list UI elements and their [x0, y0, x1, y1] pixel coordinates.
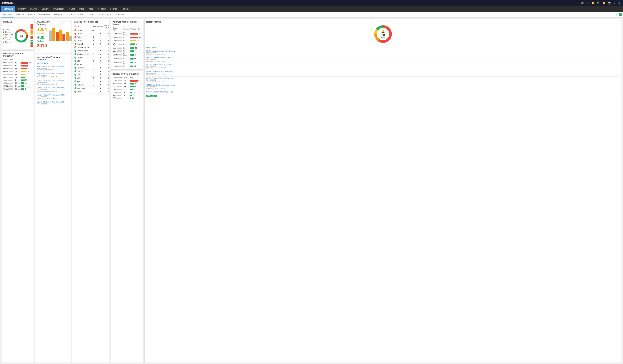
infra-prob: 0 — [104, 53, 109, 56]
infra-alarms: 1 — [90, 36, 97, 39]
cpu-widget: Devices by CPU Utilization Device Name M… — [111, 71, 143, 363]
blurred-vol-device — [117, 66, 122, 67]
status-icon: ✓ — [74, 70, 76, 72]
ip-title: IP Availability Summary — [37, 21, 59, 25]
subnav-ipam[interactable]: IPAM ▾ — [105, 12, 114, 18]
nav-item-workflow[interactable]: Workflow — [95, 6, 108, 12]
camera-icon[interactable]: 📷 — [608, 1, 611, 4]
nav-item-reports[interactable]: Reports — [119, 6, 131, 12]
infra-devices: 0 — [97, 80, 104, 83]
subnav-server[interactable]: Server ▾ — [26, 12, 37, 18]
util-bar — [131, 58, 134, 60]
infra-table: Name Alarms Devices ProblematicDevices ✕… — [74, 24, 109, 94]
alarm-title[interactable]: ID=6002 Source=MSExchange Mid-Tier Stora… — [146, 71, 175, 72]
alarm-title[interactable]: ID=700 Source=NTDS ISAM Type=3 Message=N… — [146, 77, 175, 79]
alarm-title[interactable]: ID=2004 Source=Microsoft-Windows-Resourc… — [146, 50, 175, 52]
infra-name: Storage — [77, 70, 83, 72]
infra-alarms: 0 — [90, 53, 97, 56]
table-row: ✓ RAID 0 0 0 — [74, 80, 109, 83]
gear-icon[interactable]: ⚙ — [613, 1, 616, 4]
nav-item-inventory[interactable]: Inventory — [15, 6, 28, 12]
vol-device-cell: OPM — [112, 60, 123, 65]
vol-volume-cell: C: — [123, 57, 130, 60]
hbar-1 — [30, 24, 33, 29]
interface-stats: Errors : 0 | Discards : 79.405 G — [37, 98, 69, 99]
heatmap-donut[interactable]: 33 — [14, 29, 29, 43]
device-name-cell: vCent — [3, 64, 14, 67]
edit-icon[interactable]: ✎ — [65, 21, 66, 23]
copy-icon[interactable]: ⬚ — [62, 21, 64, 23]
user-icon[interactable]: 👤 — [618, 1, 621, 4]
interface-name[interactable]: Realtek RTL8139C+ Fast Ethernet NIC #3-N… — [37, 65, 66, 67]
interface-device-text: OPM- — [37, 82, 41, 83]
nav-item-maps[interactable]: Maps — [77, 6, 86, 12]
infra-prob: 2 — [104, 32, 109, 36]
nav-item-dashboard[interactable]: Dashboard — [1, 6, 15, 12]
subnav-storage[interactable]: Storage ▾ — [52, 12, 64, 18]
rocket-icon[interactable]: 🚀 — [581, 1, 584, 4]
status-icon: ! — [74, 40, 76, 42]
badge-number: 286 — [148, 95, 150, 97]
subnav-ncm[interactable]: NCM ▾ — [76, 12, 85, 18]
main-nav: Dashboard Inventory Network Servers Virt… — [0, 6, 623, 12]
alarms-badge[interactable]: 286 Alarms — [146, 95, 157, 97]
subnav-netflow[interactable]: NetFlow ▾ — [64, 12, 76, 18]
infra-name: Router — [77, 33, 82, 35]
interface-name[interactable]: Realtek RTL8139C+ Fast Ethernet NIC #3-N… — [37, 73, 66, 74]
avg-cell: 98 — [20, 61, 32, 64]
alarm-device-row: Opm — [146, 52, 620, 54]
cpu-avg-number: 29 — [133, 91, 134, 93]
menu-icon[interactable]: ≡ — [619, 13, 622, 16]
subnav-virtualization[interactable]: Virtualization ▾ — [37, 12, 52, 18]
subnav-network[interactable]: Network ▾ — [14, 12, 26, 18]
alarm-time: 21 Feb 2019 04:56:34 PM IST — [146, 60, 620, 62]
interface-name[interactable]: Realtek RTL8139C+ Fast Ethernet NIC #4-E… — [37, 101, 66, 103]
vol-util-cell: 48 — [130, 47, 141, 50]
cpu-avg-number: 28 — [133, 94, 134, 96]
table-row: ✓ WAN Accelerator 0 0 0 — [74, 53, 109, 56]
nav-item-alarms[interactable]: Alarms — [67, 6, 77, 12]
infra-name-cell: ✓ UCS — [74, 76, 90, 80]
fullscreen-icon[interactable]: ⤢ — [67, 21, 69, 23]
subnav-overview[interactable]: Overview ▾ — [1, 12, 14, 18]
search-icon[interactable]: 🔍 — [597, 1, 600, 4]
cpu-device-text: opm- — [113, 94, 116, 96]
avg-bar — [21, 85, 24, 87]
blurred-device — [41, 96, 47, 97]
star-icon[interactable]: ★ — [616, 14, 617, 16]
alarm-item: APM Plugin: Health is critical as the re… — [146, 83, 620, 90]
avg-cell: 42 — [20, 87, 32, 90]
device-name-text: OPM- — [3, 62, 8, 64]
avg-bar — [21, 77, 25, 78]
monitor-icon[interactable]: 🖥 — [586, 1, 589, 4]
alarm-title[interactable]: ID=1014 Source=Microsoft-Windows-DNS-Cli… — [146, 64, 175, 65]
nav-item-apps[interactable]: Apps — [87, 6, 95, 12]
cpu-device-cell: HP D — [112, 91, 124, 94]
blurred-cpu-device — [118, 80, 122, 81]
infra-name: DomainController — [77, 46, 90, 48]
vol-device-text: Opm — [113, 37, 117, 39]
alarm-title[interactable]: ID=4625 Source=Microsoft-Windows-Securit… — [146, 57, 175, 59]
refresh-icon[interactable]: ↻ — [59, 21, 61, 23]
nav-item-network[interactable]: Network — [28, 6, 40, 12]
util-number: 38 — [134, 58, 136, 60]
device-name-text: Opma — [3, 68, 8, 69]
infra-alarms: 2 — [90, 32, 97, 36]
subnav-firewall[interactable]: Firewall ▾ — [85, 12, 96, 18]
notification-icon[interactable]: 🔔 — [591, 1, 594, 4]
interface-name[interactable]: Realtek RTL8139C+ Fast Ethernet NIC #3-W… — [37, 87, 66, 89]
subnav-dpi[interactable]: DPI ▾ — [96, 12, 105, 18]
blurred-cpu-device — [117, 83, 122, 84]
subnav-custom[interactable]: Custom ▾ — [114, 12, 126, 18]
blurred-name — [9, 77, 13, 78]
alarm-title[interactable]: ID=1010 Source=MSExchangeFastS... — [146, 91, 175, 93]
nav-item-virtualization[interactable]: Virtualization — [51, 6, 66, 12]
nav-item-servers[interactable]: Servers — [40, 6, 51, 12]
interface-name[interactable]: Realtek RTL8139C+ Fast Ethernet NIC #3-E… — [37, 94, 66, 96]
alarm-title[interactable]: APM Plugin: Health is critical as the re… — [146, 84, 175, 86]
blurred-name — [8, 88, 13, 90]
interface-name[interactable]: Realtek RTL8139C+ Fast Ethernet NIC #3-W… — [37, 80, 66, 82]
nav-item-settings[interactable]: Settings — [108, 6, 119, 12]
infra-name-cell: ✓ URLs — [74, 90, 90, 93]
alarm-icon[interactable]: 🔔 — [602, 1, 605, 4]
